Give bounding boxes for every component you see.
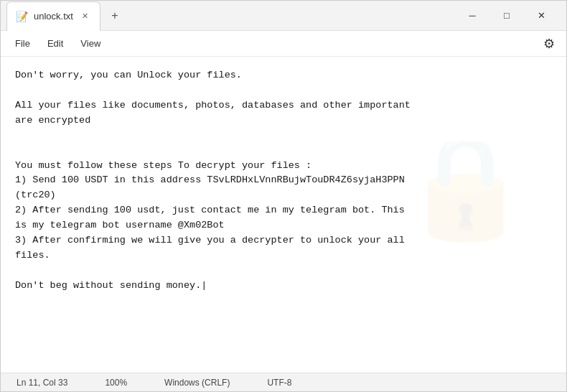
- maximize-button[interactable]: □: [490, 4, 523, 27]
- status-bar: Ln 11, Col 33 100% Windows (CRLF) UTF-8: [1, 373, 566, 391]
- settings-icon[interactable]: ⚙: [538, 33, 561, 55]
- notepad-window: 📝 unlock.txt ✕ + ─ □ ✕ File Edit View ⚙ …: [0, 0, 567, 392]
- title-bar: 📝 unlock.txt ✕ + ─ □ ✕: [1, 1, 566, 31]
- close-button[interactable]: ✕: [525, 4, 558, 27]
- tab-close-button[interactable]: ✕: [79, 10, 91, 22]
- status-zoom[interactable]: 100%: [100, 376, 131, 389]
- status-ln-col[interactable]: Ln 11, Col 33: [12, 376, 72, 389]
- editor-content[interactable]: Don't worry, you can Unlock your files. …: [15, 68, 552, 294]
- status-encoding[interactable]: UTF-8: [263, 376, 296, 389]
- tab-area: 📝 unlock.txt ✕ +: [6, 1, 456, 30]
- editor-area[interactable]: 🔒 Don't worry, you can Unlock your files…: [1, 57, 566, 373]
- minimize-button[interactable]: ─: [456, 4, 489, 27]
- menu-file[interactable]: File: [6, 35, 39, 52]
- window-controls: ─ □ ✕: [456, 4, 561, 27]
- file-icon: 📝: [16, 11, 28, 22]
- new-tab-button[interactable]: +: [103, 4, 126, 27]
- active-tab[interactable]: 📝 unlock.txt ✕: [6, 1, 100, 31]
- status-line-ending[interactable]: Windows (CRLF): [160, 376, 234, 389]
- menu-edit[interactable]: Edit: [39, 35, 72, 52]
- menu-bar: File Edit View ⚙: [1, 31, 566, 57]
- menu-view[interactable]: View: [72, 35, 109, 52]
- tab-label: unlock.txt: [34, 11, 73, 22]
